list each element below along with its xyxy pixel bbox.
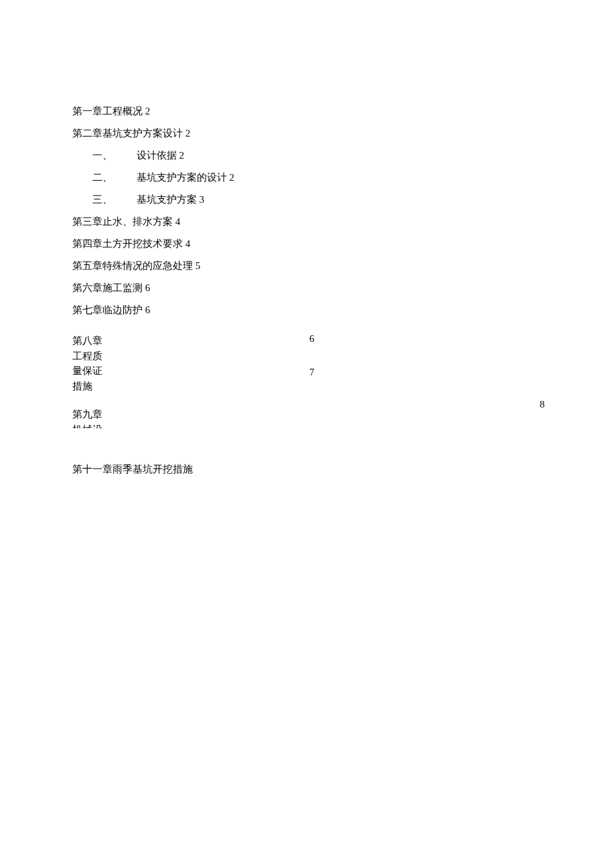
toc-sub-text: 设计依据 2 bbox=[137, 150, 184, 161]
toc-item: 第十一章雨季基坑开挖措施 bbox=[72, 458, 544, 481]
toc-item-chapter8: 第八章工程质量保证措施 6 7 bbox=[72, 333, 544, 394]
toc-sub-text: 基坑支护方案的设计 2 bbox=[137, 172, 234, 183]
page-number: 7 bbox=[309, 367, 315, 378]
toc-item: 第六章施工监测 6 bbox=[72, 277, 544, 299]
toc-item-text: 第八章工程质量保证措施 bbox=[72, 333, 104, 394]
toc-sub-num: 二、 bbox=[92, 167, 134, 189]
page-number: 6 bbox=[309, 333, 315, 345]
toc-sub-text: 基坑支护方案 3 bbox=[137, 194, 204, 205]
toc-sub-item: 三、 基坑支护方案 3 bbox=[72, 189, 544, 211]
toc-sub-num: 三、 bbox=[92, 189, 134, 211]
toc-sub-item: 二、 基坑支护方案的设计 2 bbox=[72, 167, 544, 189]
toc-item: 第四章土方开挖技术要求 4 bbox=[72, 233, 544, 255]
toc-sub-item: 一、 设计依据 2 bbox=[72, 145, 544, 167]
toc-item: 第五章特殊情况的应急处理 5 bbox=[72, 255, 544, 277]
toc-sub-num: 一、 bbox=[92, 145, 134, 167]
toc-item: 第三章止水、排水方案 4 bbox=[72, 211, 544, 233]
toc-item-chapter9: 第九章机械设备组 bbox=[72, 407, 544, 428]
toc-item: 第二章基坑支护方案设计 2 bbox=[72, 122, 544, 145]
toc-item-text: 第九章机械设备组 bbox=[72, 407, 104, 428]
toc-item: 第一章工程概况 2 bbox=[72, 100, 544, 122]
page-number: 8 bbox=[540, 399, 545, 410]
toc-container: 第一章工程概况 2 第二章基坑支护方案设计 2 一、 设计依据 2 二、 基坑支… bbox=[72, 100, 544, 481]
toc-item: 第七章临边防护 6 bbox=[72, 299, 544, 321]
